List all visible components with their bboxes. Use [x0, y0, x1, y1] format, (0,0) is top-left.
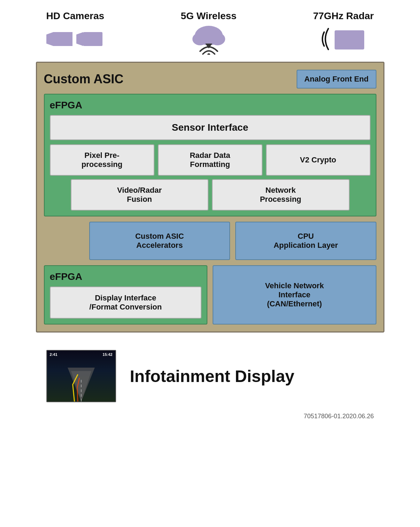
svg-rect-8 [196, 37, 222, 44]
top-icons-row: HD Cameras 5G Wireless [36, 10, 384, 58]
wireless-group: 5G Wireless [181, 10, 237, 55]
asic-header: Custom ASIC Analog Front End [44, 70, 376, 89]
bottom-row: eFPGA Display Interface /Format Conversi… [44, 265, 376, 324]
display-interface-label: Display Interface /Format Conversion [89, 293, 162, 312]
svg-rect-11 [335, 30, 364, 49]
nav-display: 2:41 15:42 [47, 351, 115, 402]
cameras-label: HD Cameras [46, 10, 105, 22]
svg-rect-1 [53, 32, 72, 46]
cameras-group: HD Cameras [46, 10, 105, 55]
radar-icon [321, 25, 366, 53]
pixel-preprocessing-box: Pixel Pre- processing [50, 144, 154, 176]
video-radar-fusion-box: Video/Radar Fusion [71, 179, 208, 211]
svg-rect-3 [83, 32, 102, 46]
fpga-row2: Video/Radar Fusion Network Processing [50, 179, 371, 211]
cpu-application-layer-box: CPU Application Layer [235, 222, 376, 260]
wireless-label: 5G Wireless [181, 10, 237, 22]
efpga-bottom-box: eFPGA Display Interface /Format Conversi… [44, 265, 208, 324]
footer: 70517806-01.2020.06.26 [36, 413, 384, 420]
wireless-visual [190, 23, 228, 55]
svg-marker-4 [76, 32, 83, 46]
v2-crypto-label: V2 Crypto [300, 155, 336, 165]
cpu-application-layer-label: CPU Application Layer [274, 232, 338, 250]
v2-crypto-box: V2 Crypto [266, 144, 371, 176]
radar-visual [321, 23, 366, 55]
fpga-row1: Pixel Pre- processing Radar Data Formatt… [50, 144, 371, 176]
video-radar-fusion-label: Video/Radar Fusion [117, 186, 162, 204]
radar-label: 77GHz Radar [313, 10, 374, 22]
custom-asic-outer: Custom ASIC Analog Front End eFPGA Senso… [36, 62, 384, 333]
analog-front-end-box: Analog Front End [297, 70, 376, 89]
pixel-preprocessing-label: Pixel Pre- processing [82, 151, 122, 169]
camera1-icon [46, 27, 74, 51]
custom-asic-accelerators-box: Custom ASIC Accelerators [89, 222, 230, 260]
vehicle-network-box: Vehicle Network Interface (CAN/Ethernet) [213, 265, 376, 324]
infotainment-section: 2:41 15:42 Infotainment Display [36, 343, 384, 409]
svg-marker-2 [46, 32, 53, 46]
nav-road-svg [47, 351, 115, 402]
cameras-visual [46, 23, 104, 55]
camera2-icon [76, 27, 104, 51]
radar-group: 77GHz Radar [313, 10, 374, 55]
radar-formatting-box: Radar Data Formatting [158, 144, 262, 176]
custom-asic-accelerators-label: Custom ASIC Accelerators [135, 232, 184, 250]
display-interface-box: Display Interface /Format Conversion [50, 287, 202, 319]
network-processing-box: Network Processing [212, 179, 350, 211]
cloud-wifi-icon [190, 23, 228, 55]
infotainment-thumbnail: 2:41 15:42 [46, 350, 116, 402]
efpga-bottom-title: eFPGA [50, 271, 202, 282]
efpga-top-box: eFPGA Sensor Interface Pixel Pre- proces… [44, 94, 376, 216]
middle-row: Custom ASIC Accelerators CPU Application… [44, 222, 376, 260]
version-text: 70517806-01.2020.06.26 [304, 413, 374, 420]
network-processing-label: Network Processing [260, 186, 301, 204]
radar-formatting-label: Radar Data Formatting [190, 151, 230, 169]
sensor-interface-box: Sensor Interface [50, 115, 371, 140]
vehicle-network-label: Vehicle Network Interface (CAN/Ethernet) [265, 281, 324, 308]
infotainment-label: Infotainment Display [130, 367, 295, 386]
asic-title: Custom ASIC [44, 72, 124, 86]
efpga-top-title: eFPGA [50, 100, 371, 111]
svg-point-9 [207, 53, 210, 55]
